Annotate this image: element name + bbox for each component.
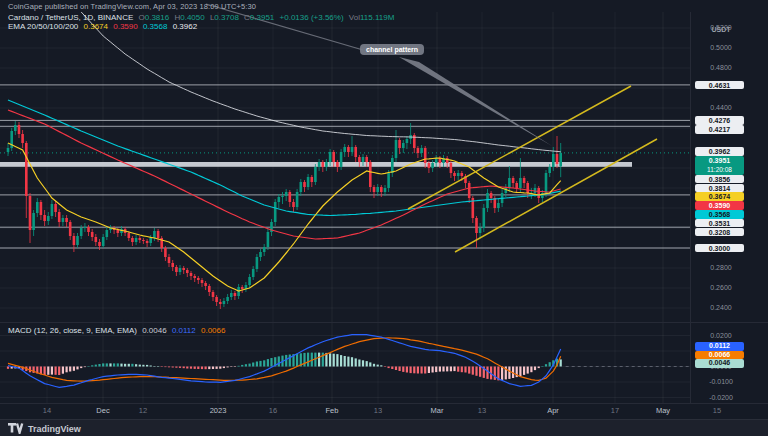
candles	[7, 121, 562, 309]
tradingview-chart-page: CoinGape published on TradingView.com, A…	[0, 0, 768, 436]
price-label: 0.4631	[695, 81, 744, 90]
open-value: 0.3816	[145, 13, 169, 22]
price-label: 0.4276	[695, 116, 744, 125]
time-tick: Mar	[431, 406, 444, 415]
ema20-value: 0.3674	[84, 22, 108, 31]
macd-signal-line	[8, 338, 561, 381]
support-band[interactable]	[0, 162, 632, 167]
price-label: 0.3590	[695, 201, 744, 210]
publish-header: CoinGape published on TradingView.com, A…	[8, 2, 256, 11]
macd-tick: -0.0200	[696, 394, 746, 401]
time-tick: 12	[139, 406, 147, 415]
open-label: O	[138, 13, 144, 22]
price-label: 0.3674	[695, 192, 744, 201]
volume-label: Vol	[349, 13, 360, 22]
close-label: C	[244, 13, 250, 22]
macd-legend: MACD (12, 26, close, 9, EMA, EMA) 0.0046…	[8, 326, 228, 335]
price-tick: 0.4400	[696, 104, 746, 111]
macd-main-line	[8, 335, 561, 388]
footer-brand: TradingView	[28, 424, 81, 434]
price-tick: 0.5000	[696, 44, 746, 51]
callout-arrow[interactable]	[399, 57, 552, 146]
macd-value-label: 0.0046	[695, 359, 744, 368]
time-tick: 14	[43, 406, 51, 415]
price-tick: 0.5200	[696, 24, 746, 31]
price-label: 0.3962	[695, 147, 744, 156]
price-label: 0.4217	[695, 125, 744, 134]
time-tick: 2023	[210, 406, 227, 415]
time-tick: 13	[478, 406, 486, 415]
price-axis[interactable]: USDT 0.52000.50000.48000.44000.28000.260…	[690, 0, 768, 420]
time-axis[interactable]: 14Dec12202316Feb13Mar13Apr17May15	[0, 404, 768, 419]
time-tick: 17	[611, 406, 619, 415]
ema50-value: 0.3590	[113, 22, 137, 31]
ema100-value: 0.3568	[143, 22, 167, 31]
price-label: 0.3568	[695, 210, 744, 219]
ema200-value: 0.3962	[173, 22, 197, 31]
price-label: 0.3856	[695, 175, 744, 184]
price-tick: 0.2400	[696, 304, 746, 311]
ema-legend: EMA 20/50/100/200 0.3674 0.3590 0.3568 0…	[8, 22, 200, 31]
price-tick: 0.2800	[696, 264, 746, 271]
chart-canvas[interactable]	[0, 0, 768, 420]
ema-label[interactable]: EMA 20/50/100/200	[8, 22, 78, 31]
macd-line-value: 0.0112	[172, 326, 196, 335]
price-tick: 0.2600	[696, 284, 746, 291]
time-tick: 13	[374, 406, 382, 415]
tradingview-logo[interactable]	[8, 423, 24, 434]
callout-text: channel pattern	[366, 46, 418, 53]
change-value: +0.0136 (+3.56%)	[280, 13, 344, 22]
macd-value-label: 0.0112	[695, 342, 744, 351]
time-tick: Dec	[96, 406, 109, 415]
low-value: 0.3708	[214, 13, 238, 22]
price-label: 0.3208	[695, 228, 744, 237]
ema200-line[interactable]	[81, 12, 561, 152]
symbol-title[interactable]: Cardano / TetherUS, 1D, BINANCE	[8, 13, 133, 22]
macd-tick: 0.0200	[696, 332, 746, 339]
price-label: 0.3531	[695, 219, 744, 228]
macd-label[interactable]: MACD (12, 26, close, 9, EMA, EMA)	[8, 326, 137, 335]
macd-signal-value: 0.0066	[201, 326, 225, 335]
last-price-label: 0.395111:20:08	[695, 156, 744, 175]
price-tick: 0.4800	[696, 64, 746, 71]
ema100-line[interactable]	[8, 100, 561, 216]
volume-value: 115.119M	[360, 13, 394, 22]
time-tick: Feb	[326, 406, 339, 415]
high-value: 0.4050	[180, 13, 204, 22]
macd-hist-value: 0.0046	[142, 326, 166, 335]
macd-tick: -0.0100	[696, 378, 746, 385]
price-label: 0.3814	[695, 184, 744, 193]
symbol-legend: Cardano / TetherUS, 1D, BINANCE O0.3816 …	[8, 13, 397, 22]
time-tick: Apr	[547, 406, 559, 415]
time-tick: 16	[269, 406, 277, 415]
channel-pattern-callout[interactable]: channel pattern	[360, 44, 424, 55]
price-label: 0.3000	[695, 244, 744, 253]
macd-value-label: 0.0066	[695, 351, 744, 360]
time-tick: May	[656, 406, 670, 415]
close-value: 0.3951	[250, 13, 274, 22]
footer-bar: TradingView	[0, 419, 768, 436]
